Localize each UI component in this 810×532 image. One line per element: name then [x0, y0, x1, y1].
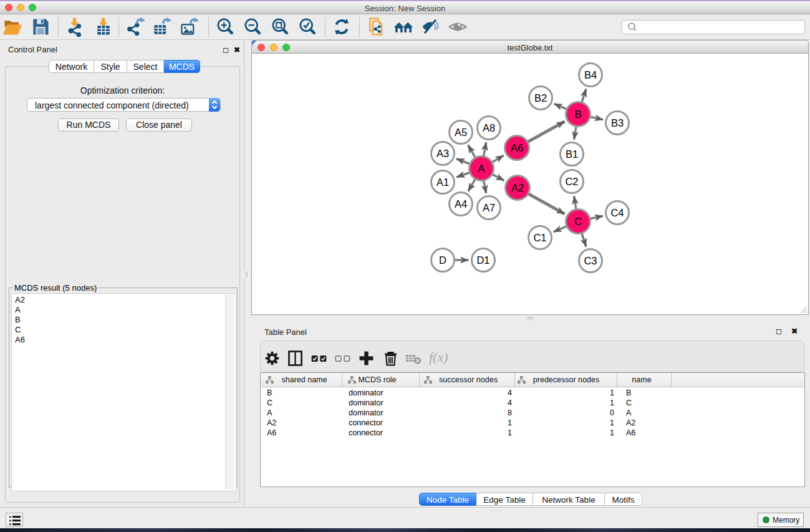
svg-text:C3: C3 [584, 255, 597, 266]
svg-text:A2: A2 [511, 182, 524, 193]
svg-text:C1: C1 [533, 232, 546, 243]
svg-text:A5: A5 [455, 127, 467, 138]
svg-text:B3: B3 [611, 117, 624, 128]
svg-text:B1: B1 [566, 148, 578, 160]
svg-text:B2: B2 [534, 92, 547, 104]
svg-text:A6: A6 [511, 142, 523, 153]
svg-text:A8: A8 [483, 122, 495, 133]
svg-text:A4: A4 [455, 198, 467, 210]
svg-text:D: D [439, 254, 446, 266]
svg-text:C4: C4 [610, 207, 624, 218]
svg-text:B4: B4 [584, 69, 597, 80]
svg-text:D1: D1 [476, 254, 489, 266]
svg-text:C2: C2 [565, 176, 578, 187]
svg-text:A3: A3 [436, 148, 449, 159]
svg-text:A1: A1 [436, 177, 449, 188]
svg-text:A: A [478, 163, 485, 174]
svg-text:C: C [574, 216, 582, 227]
svg-text:A7: A7 [483, 202, 495, 213]
svg-text:B: B [574, 109, 581, 120]
